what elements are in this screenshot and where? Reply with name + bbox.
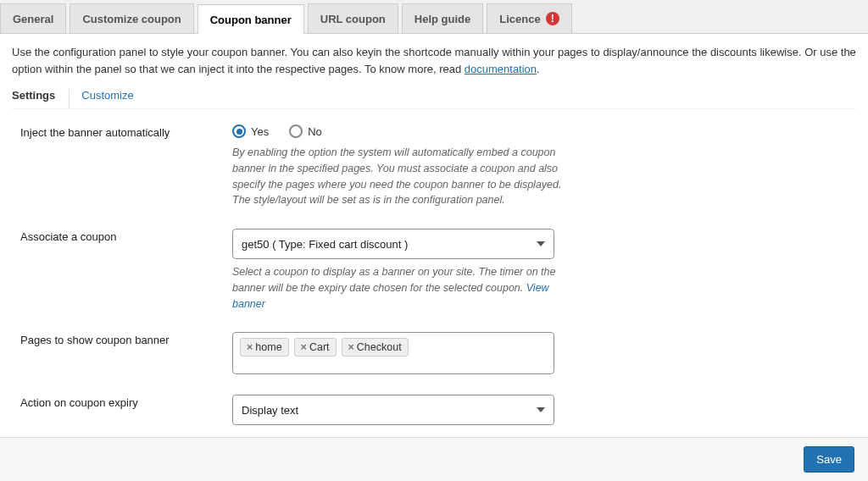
intro-before: Use the configuration panel to style you… [12, 46, 856, 75]
footer-bar: Save [0, 437, 868, 481]
settings-form: Inject the banner automatically Yes No B… [12, 109, 856, 481]
pages-tag-input[interactable]: ×home ×Cart ×Checkout [232, 332, 554, 374]
intro-text: Use the configuration panel to style you… [12, 44, 856, 77]
close-icon: × [247, 341, 253, 353]
close-icon: × [301, 341, 307, 353]
subtab-customize[interactable]: Customize [69, 89, 133, 108]
expiry-action-label: Action on coupon expiry [12, 395, 232, 425]
tag-checkout[interactable]: ×Checkout [342, 338, 409, 357]
main-tabs: General Customize coupon Coupon banner U… [0, 0, 868, 34]
tab-coupon-banner[interactable]: Coupon banner [198, 4, 304, 34]
tab-licence[interactable]: Licence ! [487, 3, 571, 33]
save-button[interactable]: Save [804, 446, 854, 473]
subtab-settings[interactable]: Settings [12, 89, 55, 108]
close-icon: × [348, 341, 354, 353]
tab-help-guide[interactable]: Help guide [402, 3, 483, 33]
radio-icon [232, 124, 246, 138]
inject-no-option[interactable]: No [289, 124, 322, 138]
inject-label: Inject the banner automatically [12, 124, 232, 208]
associate-help-text: Select a coupon to display as a banner o… [232, 266, 555, 294]
subtabs: Settings Customize [12, 89, 856, 109]
tab-customize-coupon[interactable]: Customize coupon [70, 3, 193, 33]
tag-home[interactable]: ×home [240, 338, 289, 357]
associate-value: get50 ( Type: Fixed cart discount ) [242, 238, 408, 251]
alert-icon: ! [546, 12, 559, 25]
associate-select[interactable]: get50 ( Type: Fixed cart discount ) [232, 229, 554, 259]
inject-yes-option[interactable]: Yes [232, 124, 269, 138]
tab-licence-label: Licence [499, 13, 540, 25]
expiry-action-value: Display text [242, 404, 298, 417]
inject-radio-group: Yes No [232, 124, 571, 138]
tab-general[interactable]: General [0, 3, 66, 33]
radio-icon [289, 124, 303, 138]
intro-after: . [537, 63, 540, 75]
inject-no-label: No [308, 125, 322, 138]
panel-content: Use the configuration panel to style you… [0, 34, 868, 481]
associate-label: Associate a coupon [12, 229, 232, 312]
inject-help: By enabling the option the system will a… [232, 145, 571, 208]
tab-url-coupon[interactable]: URL coupon [308, 3, 398, 33]
associate-help: Select a coupon to display as a banner o… [232, 264, 571, 312]
expiry-action-select[interactable]: Display text [232, 395, 554, 425]
pages-label: Pages to show coupon banner [12, 332, 232, 374]
chevron-down-icon [537, 407, 545, 412]
tag-cart[interactable]: ×Cart [294, 338, 337, 357]
chevron-down-icon [537, 241, 545, 246]
documentation-link[interactable]: documentation [465, 63, 537, 75]
inject-yes-label: Yes [251, 125, 269, 138]
